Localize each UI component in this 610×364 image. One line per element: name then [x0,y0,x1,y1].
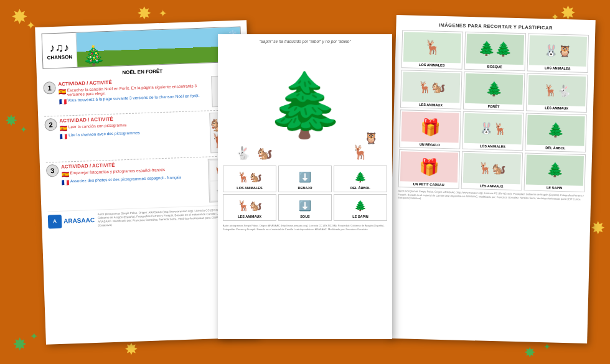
right-icon-4-2: 🦌🐿️ [463,153,521,184]
es-flag-3: 🇪🇸 [61,170,68,177]
right-label-1-3: LOS ANIMALES [529,66,586,71]
big-tree-icon: 🌲 [266,73,344,136]
right-icon-2-1: 🦌🐿️ [402,72,460,103]
fr-flag-1: 🇫🇷 [59,98,66,105]
right-cell-2-3: 🦌🐇 LES ANIMAUX [526,73,588,113]
middle-page: "Sapin" se ha traducido por "árbol" y no… [218,34,392,339]
music-notes-icon: ♪♫♪ [49,41,69,55]
animaux-2-label: LES ANIMAUX [225,215,274,218]
right-label-2-2: FORÊT [465,104,522,109]
burst-top-left-2: ✦ [26,19,35,32]
burst-mid-left: ✸ [5,112,17,129]
debajo-icon: ⬇️ [281,168,329,185]
right-grid-row-2: 🦌🐿️ LES ANIMAUX 🌲 FORÊT 🦌🐇 LES ANIMAUX [400,70,588,113]
right-grid-row-1: 🦌 LOS ANIMALES 🌲🌲 BOSQUE 🐰🦉 LOS ANIMALES [401,30,589,73]
burst-mid-left2: ✦ [20,124,27,134]
right-cell-2-2: 🌲 FORÊT [463,72,525,111]
animaux-1-label: LOS ANIMALES [225,186,274,190]
arasaac-logo-icon: A [48,214,62,228]
activity-1-content: ACTIVIDAD / ACTIVITÉ 🇪🇸 Escuchar la canc… [58,76,209,105]
activity-3: 3 ACTIVIDAD / ACTIVITÉ 🇪🇸 Emparejar foto… [46,157,246,208]
debajo-label: DEBAJO [281,186,329,190]
burst-top-left-1: ✸ [11,5,28,29]
fr-flag-2: 🇫🇷 [60,133,67,139]
right-icon-1-2: 🌲🌲 [466,34,524,65]
right-icon-4-3: 🌲 [526,154,584,185]
right-grid-row-3: 🎁 UN REGALO 🐰🦌 LOS ANIMALES 🌲 DEL ÁRBOL [399,110,586,152]
middle-page-credits: Autor pictogramas Sergio Palao. Origen: … [223,224,387,231]
right-cell-3-2: 🐰🦌 LOS ANIMALES [462,111,524,151]
grid-cell-sapin: 🌲 LE SAPIN [334,194,387,221]
right-icon-3-1: 🎁 [401,111,459,142]
activity-2-content: ACTIVIDAD / ACTIVITÉ 🇪🇸 Leer la canción … [59,113,207,140]
activity-2: 2 ACTIVIDAD / ACTIVITÉ 🇪🇸 Leer la canció… [44,111,245,159]
grid-cell-arbol: 🌲 DEL ÁRBOL [334,166,387,192]
right-cell-2-1: 🦌🐿️ LES ANIMAUX [400,70,462,110]
right-label-2-3: LES ANIMAUX [528,105,585,110]
christmas-scene: 🎄 🏠 ❄️ [77,27,242,67]
grid-cell-animaux-1: 🦌🐿️ LOS ANIMALES [223,166,276,192]
burst-bot-left2: ✦ [30,330,38,342]
burst-top-center2: ✦ [159,7,167,19]
right-icon-2-3: 🦌🐇 [528,75,586,106]
burst-bot-left: ✸ [12,334,27,355]
right-cell-1-1: 🦌 LOS ANIMALES [401,30,464,70]
right-label-3-3: DEL ÁRBOL [527,145,584,150]
right-icon-1-1: 🦌 [403,32,461,63]
activity-3-number: 3 [46,164,59,177]
grid-cell-sous: ⬇️ SOUS [278,194,332,221]
arasaac-label: ARASAAC [63,217,95,225]
right-cell-4-2: 🦌🐿️ LES ANIMAUX [461,151,523,191]
right-icon-1-3: 🐰🦉 [529,35,587,67]
burst-bot-right2: ✦ [543,342,551,352]
rabbit-icon: 🐇 [235,146,251,161]
right-label-3-2: LOS ANIMALES [464,144,521,149]
arbol-icon: 🌲 [336,168,385,185]
burst-mid-right: ✸ [591,218,605,238]
grid-cell-animaux-2: 🦌🐿️ LES ANIMAUX [223,194,276,221]
fr-flag-3: 🇫🇷 [62,179,69,185]
right-label-1-1: LOS ANIMALES [403,62,461,67]
es-flag-2: 🇪🇸 [60,124,67,131]
right-label-4-1: UN PETIT CADEAU [400,182,458,187]
right-label-3-1: UN REGALO [401,142,458,147]
burst-top-center: ✸ [137,3,151,24]
tree-icon: 🎄 [82,44,105,67]
activity-1-number: 1 [43,82,56,95]
right-icon-3-3: 🌲 [527,114,584,146]
right-cell-1-3: 🐰🦉 LOS ANIMALES [527,33,589,73]
right-icon-4-1: 🎁 [400,151,458,182]
animaux-2-icon: 🦌🐿️ [225,197,274,214]
moose-icon: 🦌 [352,144,368,161]
activity-1: 1 ACTIVIDAD / ACTIVITÉ 🇪🇸 Escuchar la ca… [43,75,243,113]
burst-bot-center: ✸ [124,340,138,359]
chanson-box: ♪♫♪ CHANSON [42,33,78,68]
owl-icon: 🦉 [364,131,378,145]
sapin-note: "Sapin" se ha traducido por "árbol" y no… [223,39,387,44]
arasaac-logo: A ARASAAC [48,213,95,229]
activity-2-fr-text: Lire la chanson avec des pictogrammes [68,130,140,139]
right-label-2-1: LES ANIMAUX [402,102,459,107]
animaux-1-icon: 🦌🐿️ [225,168,274,185]
right-icon-2-2: 🌲 [465,73,523,105]
header-box: ♪♫♪ CHANSON 🎄 🏠 ❄️ [42,27,242,69]
bottom-grid-2: 🦌🐿️ LES ANIMAUX ⬇️ SOUS 🌲 LE SAPIN [223,194,387,221]
grid-cell-debajo: ⬇️ DEBAJO [278,166,332,192]
sapin-label: LE SAPIN [336,215,385,218]
right-cell-3-3: 🌲 DEL ÁRBOL [525,113,587,152]
activity-2-es-text: Leer la canción con pictogramas [68,123,127,131]
es-flag-1: 🇪🇸 [59,88,66,96]
arbol-label: DEL ÁRBOL [336,186,385,190]
right-cell-3-1: 🎁 UN REGALO [399,110,461,149]
right-cell-4-3: 🌲 LE SAPIN [524,152,586,192]
activity-2-number: 2 [44,118,57,131]
right-cell-4-1: 🎁 UN PETIT CADEAU [398,149,461,189]
right-label-4-2: LES ANIMAUX [463,184,520,189]
right-grid-row-4: 🎁 UN PETIT CADEAU 🦌🐿️ LES ANIMAUX 🌲 LE S… [398,149,586,192]
sous-label: SOUS [281,215,329,218]
sapin-icon: 🌲 [336,197,385,214]
tree-scene: 🌲 🐇 🐿️ 🦌 🦉 [223,45,387,164]
bottom-grid-1: 🦌🐿️ LOS ANIMALES ⬇️ DEBAJO 🌲 DEL ÁRBOL [223,166,387,192]
sous-icon: ⬇️ [281,197,329,214]
activity-3-content: ACTIVIDAD / ACTIVITÉ 🇪🇸 Emparejar fotogr… [61,159,206,186]
